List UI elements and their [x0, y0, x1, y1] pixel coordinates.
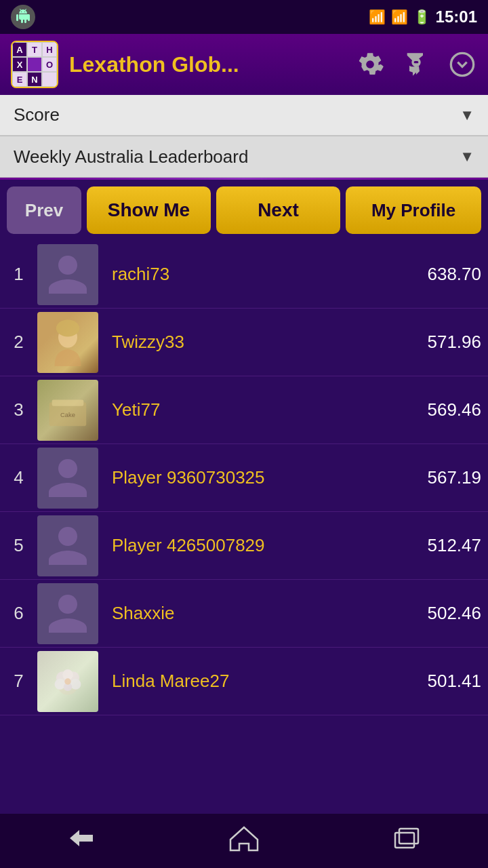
leaderboard-dropdown-row[interactable]: Weekly Australia Leaderboard ▼: [0, 136, 488, 177]
player-name-6: Shaxxie: [98, 603, 407, 624]
rank-5: 5: [0, 535, 37, 556]
logo-cell-x: X: [12, 57, 27, 72]
logo-cell-t: T: [27, 42, 42, 57]
app-header: A T H X O E N Lexathon Glob...: [0, 34, 488, 95]
bottom-nav: [0, 814, 488, 868]
logo-cell-a: A: [12, 42, 27, 57]
svg-rect-15: [399, 829, 418, 844]
wifi-icon: 📶: [369, 9, 386, 25]
medal-icon[interactable]: [401, 50, 431, 79]
score-dropdown[interactable]: Score ▼: [0, 95, 488, 136]
score-label: Score: [14, 104, 60, 125]
status-left: [11, 5, 35, 29]
avatar: [37, 515, 98, 576]
show-me-button[interactable]: Show Me: [87, 186, 211, 234]
back-button[interactable]: [64, 826, 98, 856]
player-name-5: Player 4265007829: [98, 535, 407, 556]
svg-point-13: [64, 678, 70, 684]
dropdown-icon[interactable]: [447, 50, 477, 79]
svg-text:Cake: Cake: [60, 412, 75, 418]
avatar: [37, 448, 98, 509]
signal-icon: 📶: [391, 9, 408, 25]
logo-cell-n: N: [27, 72, 42, 87]
leaderboard-arrow-icon: ▼: [460, 148, 474, 165]
time-display: 15:01: [436, 7, 477, 26]
rank-3: 3: [0, 399, 37, 420]
table-row: 5 Player 4265007829 512.47: [0, 512, 488, 580]
table-row: 1 rachi73 638.70: [0, 241, 488, 309]
home-button[interactable]: [227, 825, 261, 858]
player-score-7: 501.41: [407, 671, 481, 692]
rank-2: 2: [0, 332, 37, 353]
android-icon: [11, 5, 35, 29]
table-row: 3 Cake Yeti77 569.46: [0, 376, 488, 444]
logo-cell-o: O: [42, 57, 57, 72]
player-name-1: rachi73: [98, 264, 407, 285]
table-row: 4 Player 9360730325 567.19: [0, 444, 488, 512]
table-row: 2 Twizzy33 571.96: [0, 309, 488, 376]
svg-rect-14: [395, 833, 414, 848]
svg-point-11: [70, 679, 81, 690]
player-score-4: 567.19: [407, 467, 481, 488]
svg-point-2: [56, 319, 79, 336]
player-score-3: 569.46: [407, 399, 481, 420]
svg-point-0: [451, 53, 473, 75]
score-dropdown-row[interactable]: Score ▼: [0, 95, 488, 136]
rank-1: 1: [0, 264, 37, 285]
avatar: [37, 312, 98, 373]
rank-7: 7: [0, 671, 37, 692]
rank-4: 4: [0, 467, 37, 488]
my-profile-button[interactable]: My Profile: [346, 186, 481, 234]
avatar: [37, 651, 98, 712]
player-score-5: 512.47: [407, 535, 481, 556]
app-title: Lexathon Glob...: [69, 52, 344, 77]
logo-cell-empty: [42, 72, 57, 87]
settings-icon[interactable]: [355, 50, 385, 79]
logo-cell-h: H: [42, 42, 57, 57]
leaderboard-dropdown[interactable]: Weekly Australia Leaderboard ▼: [0, 136, 488, 178]
player-score-1: 638.70: [407, 264, 481, 285]
player-name-7: Linda Maree27: [98, 671, 407, 692]
battery-icon: 🔋: [413, 9, 430, 25]
table-row: 6 Shaxxie 502.46: [0, 580, 488, 648]
status-right: 📶 📶 🔋 15:01: [369, 7, 477, 26]
recents-button[interactable]: [390, 825, 424, 858]
logo-cell-mid: [27, 57, 42, 72]
avatar: [37, 244, 98, 305]
buttons-row: Prev Show Me Next My Profile: [0, 180, 488, 241]
player-score-2: 571.96: [407, 332, 481, 353]
score-arrow-icon: ▼: [460, 106, 474, 124]
avatar: [37, 583, 98, 644]
player-name-2: Twizzy33: [98, 332, 407, 353]
player-name-3: Yeti77: [98, 399, 407, 420]
player-score-6: 502.46: [407, 603, 481, 624]
logo-cell-e: E: [12, 72, 27, 87]
prev-button[interactable]: Prev: [7, 186, 81, 234]
avatar: Cake: [37, 380, 98, 441]
header-icons: [355, 50, 477, 79]
status-bar: 📶 📶 🔋 15:01: [0, 0, 488, 34]
leaderboard: 1 rachi73 638.70 2 Twizzy33 571.96 3 Cak…: [0, 241, 488, 715]
app-logo: A T H X O E N: [11, 41, 58, 88]
leaderboard-label: Weekly Australia Leaderboard: [14, 146, 248, 167]
rank-6: 6: [0, 603, 37, 624]
table-row: 7 Linda Maree27 501.41: [0, 648, 488, 715]
player-name-4: Player 9360730325: [98, 467, 407, 488]
svg-rect-4: [52, 399, 84, 406]
svg-point-10: [55, 679, 66, 690]
next-button[interactable]: Next: [216, 186, 340, 234]
